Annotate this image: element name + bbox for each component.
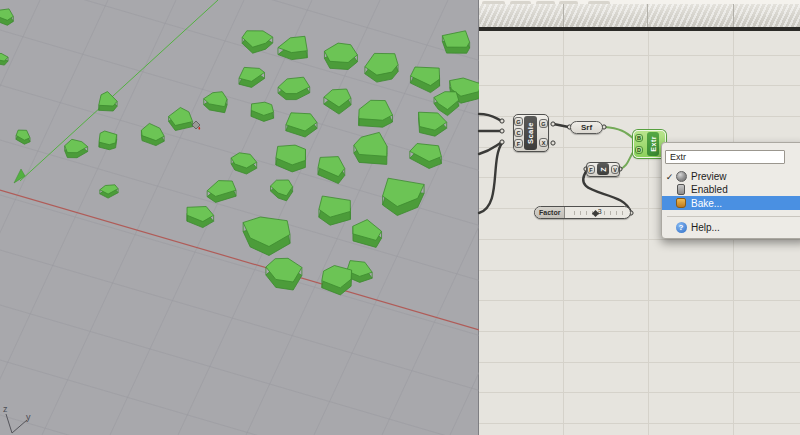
menu-item-bake-label: Bake... bbox=[691, 198, 722, 209]
enabled-brick-icon bbox=[675, 184, 687, 196]
extrude-component-label: Extr bbox=[650, 136, 657, 152]
factor-slider-track[interactable]: 3 bbox=[565, 207, 630, 218]
bake-bucket-icon bbox=[675, 197, 687, 209]
context-menu: ✓ Preview Enabled Bake... ? bbox=[661, 142, 800, 239]
grasshopper-panel: Scale G C F G X Srf Z F V bbox=[479, 0, 800, 435]
scale-input-c[interactable]: C bbox=[514, 128, 523, 137]
menu-item-help[interactable]: ? Help... bbox=[662, 221, 800, 234]
paint-bucket-icon[interactable] bbox=[190, 119, 202, 131]
menu-item-enabled-label: Enabled bbox=[691, 184, 728, 195]
scale-input-g[interactable]: G bbox=[514, 117, 523, 126]
checkmark-icon: ✓ bbox=[662, 172, 675, 182]
scale-output-x[interactable]: X bbox=[539, 138, 548, 147]
unit-z-input-f[interactable]: F bbox=[587, 165, 595, 174]
menu-item-enabled[interactable]: Enabled bbox=[662, 183, 800, 196]
grasshopper-canvas[interactable]: Scale G C F G X Srf Z F V bbox=[479, 31, 800, 435]
preview-sphere-icon bbox=[675, 171, 687, 183]
menu-separator bbox=[667, 216, 800, 217]
menu-item-help-label: Help... bbox=[691, 222, 720, 233]
unit-z-label: Z bbox=[600, 167, 607, 172]
help-icon: ? bbox=[675, 222, 687, 234]
scale-input-f[interactable]: F bbox=[514, 139, 523, 148]
scale-output-g[interactable]: G bbox=[539, 119, 548, 128]
factor-slider-label: Factor bbox=[535, 207, 565, 218]
component-name-input[interactable] bbox=[665, 150, 785, 164]
factor-slider[interactable]: Factor 3 bbox=[534, 206, 631, 219]
scale-component-label: Scale bbox=[526, 122, 535, 144]
menu-item-preview[interactable]: ✓ Preview bbox=[662, 170, 800, 183]
scale-component[interactable]: Scale G C F G X bbox=[513, 114, 549, 152]
extrude-input-d[interactable]: D bbox=[635, 146, 643, 154]
srf-parameter-label: Srf bbox=[581, 123, 592, 132]
extrude-input-b[interactable]: B bbox=[635, 134, 643, 142]
unit-z-output-v[interactable]: V bbox=[611, 165, 619, 174]
menu-item-bake[interactable]: Bake... bbox=[662, 196, 800, 210]
application-window: z y Scale G C F bbox=[0, 0, 800, 435]
srf-parameter[interactable]: Srf bbox=[570, 121, 603, 134]
unit-z-component[interactable]: Z F V bbox=[586, 162, 620, 177]
factor-slider-value: 3 bbox=[598, 208, 602, 215]
menu-item-preview-label: Preview bbox=[691, 171, 727, 182]
